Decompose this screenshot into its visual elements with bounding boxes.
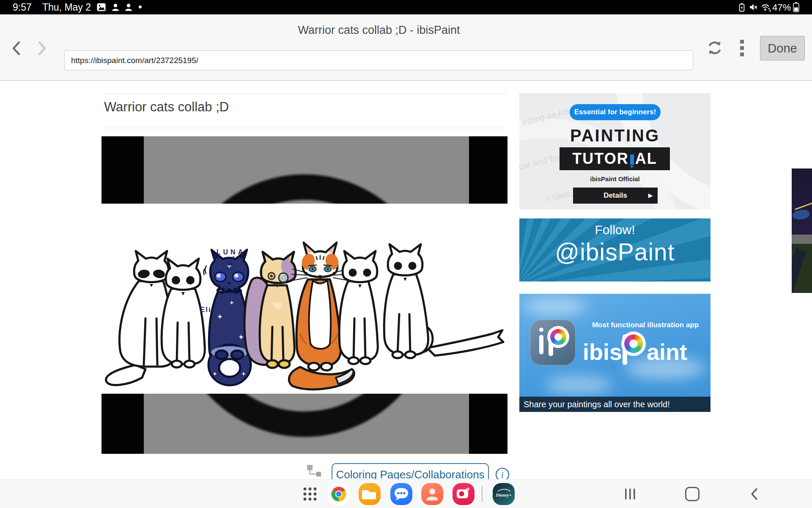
svg-text:i: i: [501, 470, 504, 480]
refresh-button[interactable]: [705, 38, 725, 58]
play-arrow-icon: ▶: [648, 192, 653, 199]
color-wheel-icon: [549, 327, 568, 347]
my-files-app-icon[interactable]: [359, 483, 381, 505]
cloud-decoration: [545, 376, 612, 393]
home-button[interactable]: [675, 480, 709, 508]
status-bar: 9:57 Thu, May 2: [0, 0, 812, 14]
wifi-icon: [760, 3, 771, 12]
chrome-app-icon[interactable]: [328, 483, 350, 505]
contacts-app-icon[interactable]: [421, 483, 443, 505]
person-notification-icon: [124, 3, 133, 12]
messages-app-icon[interactable]: [390, 483, 412, 505]
ad-painting-tutorial[interactable]: eating an Artwork lbar and Tool S t Sket…: [519, 93, 710, 210]
more-notifications-dot: [138, 5, 142, 9]
ibispaint-logo: ibis aint: [583, 333, 687, 366]
pencil-icon: [630, 155, 634, 165]
ibispaint-app-icon: [530, 320, 576, 365]
disneyplus-app-icon[interactable]: Disney+: [493, 483, 515, 505]
person-notification-icon: [111, 3, 120, 12]
battery-level-icon: [793, 2, 800, 12]
screen: 9:57 Thu, May 2: [0, 0, 812, 508]
screenshot-notification-icon: [96, 3, 106, 12]
battery-percent: 47%: [772, 2, 791, 13]
artwork-title-block: Warrior cats collab ;D: [102, 93, 508, 128]
url-input[interactable]: [64, 50, 693, 70]
browser-toolbar: Warrior cats collab ;D - ibisPaint Done: [0, 14, 812, 81]
artwork-image[interactable]: LUNA Eli: [102, 136, 508, 454]
cloud-decoration: [524, 297, 587, 316]
app-drawer-button[interactable]: [299, 483, 321, 505]
camera-app-icon[interactable]: [453, 483, 475, 505]
ad-ibispaint-app[interactable]: Most functional illustration app ibis ai…: [519, 294, 710, 412]
status-clock: 9:57: [13, 2, 32, 13]
category-tree-icon: [306, 464, 322, 478]
recents-button[interactable]: [613, 480, 647, 508]
page-window-title: Warrior cats collab ;D - ibisPaint: [0, 24, 758, 37]
forward-button[interactable]: [36, 41, 48, 56]
ad-follow-ibispaint[interactable]: Follow! @ibisPaint: [519, 218, 710, 282]
android-nav-bar: Disney+: [0, 479, 812, 508]
color-wheel-icon: [623, 333, 645, 355]
done-button[interactable]: Done: [760, 36, 805, 61]
back-nav-button[interactable]: [738, 480, 771, 508]
ad-app-tagline: Most functional illustration app: [582, 321, 709, 329]
ad-author: ibisPaint Official: [519, 175, 710, 182]
ad-details-button[interactable]: Details ▶: [573, 188, 658, 204]
artwork-label-eli: Eli: [200, 306, 211, 314]
nav-divider: [482, 486, 483, 502]
artwork-label-luna: LUNA: [217, 248, 245, 256]
artwork-title: Warrior cats collab ;D: [102, 94, 508, 115]
ad-subheadline: TUTORAL: [560, 147, 670, 170]
ad-headline: PAINTING: [519, 126, 710, 145]
status-date: Thu, May 2: [42, 2, 91, 13]
cat-white-skull-2: [339, 251, 378, 364]
cat-white-skull-1: [162, 259, 205, 367]
back-button[interactable]: [10, 41, 23, 56]
logo-p-wheel: [623, 333, 646, 366]
side-thumbnail-partial[interactable]: [792, 168, 812, 293]
ad-app-caption: Share your paintings all over the world!: [519, 397, 710, 412]
ad-badge: Essential for beginners!: [570, 104, 661, 120]
sound-muted-icon: [749, 3, 758, 12]
ad-follow-handle: @ibisPaint: [519, 238, 710, 266]
overflow-menu-button[interactable]: [738, 39, 746, 58]
ad-follow-label: Follow!: [519, 223, 710, 237]
webview-content: Warrior cats collab ;D: [0, 81, 812, 508]
battery-charging-icon: [738, 3, 746, 12]
svg-text:Disney+: Disney+: [495, 492, 511, 497]
